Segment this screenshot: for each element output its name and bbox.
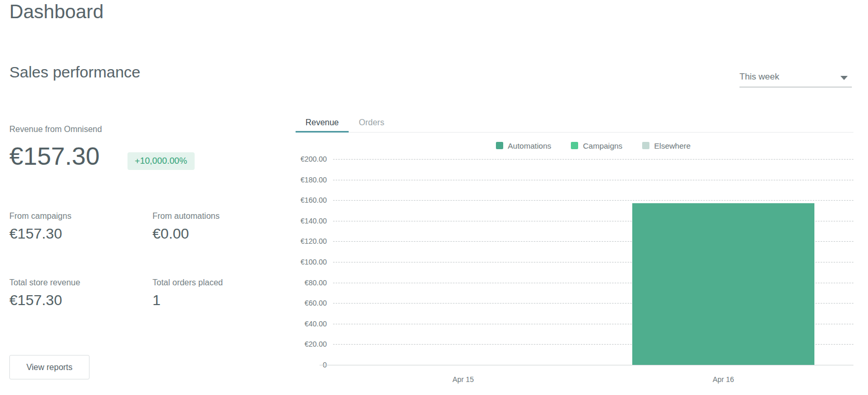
from-campaigns-label: From campaigns <box>9 212 71 221</box>
total-orders-placed-value: 1 <box>152 292 161 309</box>
sales-performance-title: Sales performance <box>9 63 141 81</box>
chart-tab-bar: Revenue Orders <box>296 116 853 133</box>
legend-item-campaigns[interactable]: Campaigns <box>571 141 622 150</box>
chart-legend: AutomationsCampaignsElsewhere <box>333 141 853 150</box>
legend-swatch-icon <box>642 142 649 149</box>
gridline <box>333 200 853 201</box>
y-axis-tick-label: €200.00 <box>281 154 327 164</box>
from-automations-label: From automations <box>152 212 220 221</box>
legend-label: Elsewhere <box>654 141 691 150</box>
legend-label: Automations <box>508 141 551 150</box>
y-axis-tick-label: €160.00 <box>281 195 327 205</box>
gridline <box>333 159 853 160</box>
tab-orders[interactable]: Orders <box>349 116 394 133</box>
y-axis-tick-label: €60.00 <box>281 298 327 308</box>
page-title: Dashboard <box>9 1 104 23</box>
view-reports-button[interactable]: View reports <box>9 355 90 379</box>
total-orders-placed-label: Total orders placed <box>152 278 223 287</box>
from-campaigns-value: €157.30 <box>9 226 62 242</box>
total-store-revenue-label: Total store revenue <box>9 278 80 287</box>
legend-swatch-icon <box>496 142 503 149</box>
revenue-change-badge: +10,000.00% <box>127 152 195 170</box>
period-dropdown-value: This week <box>739 72 780 82</box>
y-axis-tick-label: €40.00 <box>281 319 327 328</box>
y-axis-tick-label: €180.00 <box>281 175 327 185</box>
y-axis-tick-label: €120.00 <box>281 236 327 246</box>
legend-swatch-icon <box>571 142 578 149</box>
tab-revenue[interactable]: Revenue <box>296 116 349 133</box>
x-axis-line <box>320 365 853 365</box>
legend-label: Campaigns <box>583 141 622 150</box>
y-axis-tick-label: €20.00 <box>281 339 327 349</box>
y-axis-tick-label: €140.00 <box>281 216 327 226</box>
revenue-bar-chart: €200.00€180.00€160.00€140.00€120.00€100.… <box>281 155 859 391</box>
bar-campaigns-apr-16[interactable] <box>632 203 814 365</box>
gridline <box>333 180 853 180</box>
total-store-revenue-value: €157.30 <box>9 292 62 309</box>
legend-item-automations[interactable]: Automations <box>496 141 551 150</box>
period-dropdown[interactable]: This week <box>739 70 852 87</box>
chevron-down-icon <box>840 76 848 80</box>
legend-item-elsewhere[interactable]: Elsewhere <box>642 141 691 150</box>
y-axis-tick-label: €80.00 <box>281 278 327 287</box>
x-axis-tick-label: Apr 16 <box>593 375 853 384</box>
revenue-from-omnisend-label: Revenue from Omnisend <box>9 125 102 134</box>
x-axis-tick-label: Apr 15 <box>333 375 593 384</box>
from-automations-value: €0.00 <box>152 226 189 242</box>
y-axis-tick-label: €100.00 <box>281 257 327 267</box>
revenue-from-omnisend-value: €157.30 <box>9 143 100 169</box>
